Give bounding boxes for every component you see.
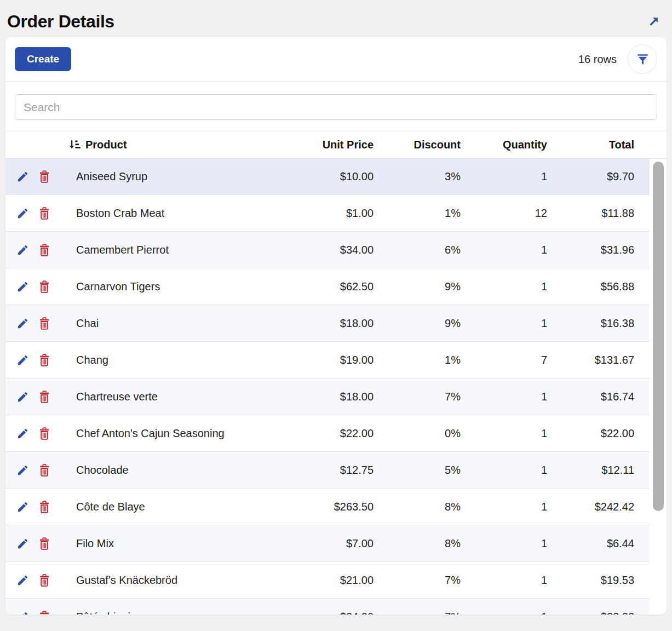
- discount-cell: 1%: [374, 354, 461, 366]
- delete-button[interactable]: [38, 500, 50, 514]
- trash-icon: [38, 390, 50, 404]
- delete-button[interactable]: [38, 317, 50, 330]
- unit-price-cell: $18.00: [286, 391, 374, 403]
- delete-button[interactable]: [38, 206, 50, 220]
- table-row[interactable]: Filo Mix $7.00 8% 1 $6.44: [5, 525, 667, 562]
- total-cell: $16.74: [547, 391, 634, 403]
- table-row[interactable]: Chang $19.00 1% 7 $131.67: [5, 342, 667, 378]
- edit-button[interactable]: [16, 280, 29, 293]
- unit-price-cell: $34.00: [286, 244, 374, 256]
- total-header[interactable]: Total: [547, 139, 634, 151]
- unit-price-header[interactable]: Unit Price: [286, 139, 374, 151]
- arrow-up-right-icon: [648, 15, 660, 27]
- quantity-cell: 1: [461, 280, 547, 293]
- create-button[interactable]: Create: [15, 47, 71, 71]
- trash-icon: [38, 573, 50, 587]
- table-row[interactable]: Chai $18.00 9% 1 $16.38: [5, 305, 667, 342]
- pencil-icon: [16, 427, 29, 440]
- edit-button[interactable]: [16, 501, 29, 513]
- delete-button[interactable]: [38, 610, 50, 615]
- product-cell: Filo Mix: [63, 537, 286, 550]
- unit-price-cell: $7.00: [286, 537, 374, 550]
- trash-icon: [38, 353, 50, 367]
- table-header: Product Unit Price Discount Quantity Tot…: [5, 131, 667, 158]
- quantity-cell: 1: [461, 391, 547, 403]
- product-cell: Boston Crab Meat: [63, 207, 286, 220]
- table-row[interactable]: Gustaf's Knäckebröd $21.00 7% 1 $19.53: [5, 562, 667, 599]
- delete-button[interactable]: [38, 353, 50, 367]
- row-actions: [5, 170, 63, 183]
- edit-button[interactable]: [16, 244, 29, 256]
- table-row[interactable]: Pâté chinois $24.00 7% 1 $22.32: [5, 599, 667, 615]
- trash-icon: [38, 610, 50, 615]
- edit-button[interactable]: [16, 207, 29, 220]
- edit-button[interactable]: [16, 611, 29, 615]
- product-cell: Gustaf's Knäckebröd: [63, 574, 286, 587]
- trash-icon: [38, 206, 50, 220]
- product-cell: Camembert Pierrot: [63, 244, 286, 256]
- delete-button[interactable]: [38, 427, 50, 440]
- filter-button[interactable]: [628, 44, 657, 74]
- edit-button[interactable]: [16, 574, 29, 587]
- unit-price-cell: $12.75: [286, 464, 374, 477]
- unit-price-cell: $21.00: [286, 574, 374, 587]
- table-row[interactable]: Chocolade $12.75 5% 1 $12.11: [5, 452, 667, 489]
- row-actions: [5, 353, 63, 367]
- edit-button[interactable]: [16, 464, 29, 477]
- discount-header[interactable]: Discount: [374, 139, 461, 151]
- product-header[interactable]: Product: [63, 139, 286, 151]
- pencil-icon: [16, 207, 29, 220]
- total-cell: $22.32: [547, 611, 634, 615]
- table-row[interactable]: Carnarvon Tigers $62.50 9% 1 $56.88: [5, 268, 667, 305]
- row-actions: [5, 280, 63, 294]
- unit-price-cell: $24.00: [286, 611, 374, 615]
- trash-icon: [38, 463, 50, 477]
- edit-button[interactable]: [16, 537, 29, 550]
- product-header-label: Product: [85, 139, 127, 151]
- product-cell: Chartreuse verte: [63, 391, 286, 403]
- table-row[interactable]: Chartreuse verte $18.00 7% 1 $16.74: [5, 378, 667, 415]
- edit-button[interactable]: [16, 427, 29, 440]
- expand-button[interactable]: [648, 15, 660, 27]
- pencil-icon: [16, 464, 29, 477]
- delete-button[interactable]: [38, 573, 50, 587]
- quantity-cell: 1: [461, 537, 547, 550]
- total-cell: $12.11: [547, 464, 634, 477]
- pencil-icon: [16, 574, 29, 587]
- edit-button[interactable]: [16, 170, 29, 183]
- discount-cell: 8%: [374, 501, 461, 513]
- delete-button[interactable]: [38, 170, 50, 183]
- row-actions: [5, 537, 63, 550]
- discount-cell: 3%: [374, 170, 461, 183]
- delete-button[interactable]: [38, 280, 50, 294]
- total-cell: $131.67: [547, 354, 634, 366]
- scrollbar-track[interactable]: [650, 159, 667, 615]
- quantity-cell: 1: [461, 611, 547, 615]
- pencil-icon: [16, 317, 29, 330]
- edit-button[interactable]: [16, 391, 29, 403]
- delete-button[interactable]: [38, 390, 50, 404]
- delete-button[interactable]: [38, 537, 50, 550]
- table-row[interactable]: Aniseed Syrup $10.00 3% 1 $9.70: [5, 158, 667, 195]
- edit-button[interactable]: [16, 354, 29, 366]
- discount-cell: 9%: [374, 280, 461, 293]
- row-actions: [5, 427, 63, 440]
- delete-button[interactable]: [38, 463, 50, 477]
- quantity-header[interactable]: Quantity: [461, 139, 547, 151]
- row-actions: [5, 390, 63, 404]
- table-row[interactable]: Camembert Pierrot $34.00 6% 1 $31.96: [5, 232, 667, 268]
- order-details-card: Create 16 rows Product Unit: [5, 37, 667, 615]
- edit-button[interactable]: [16, 317, 29, 330]
- table-row[interactable]: Boston Crab Meat $1.00 1% 12 $11.88: [5, 195, 667, 232]
- pencil-icon: [16, 244, 29, 256]
- product-cell: Côte de Blaye: [63, 501, 286, 513]
- unit-price-cell: $10.00: [286, 170, 374, 183]
- table-row[interactable]: Chef Anton's Cajun Seasoning $22.00 0% 1…: [5, 415, 667, 452]
- delete-button[interactable]: [38, 243, 50, 257]
- discount-cell: 5%: [374, 464, 461, 477]
- search-input[interactable]: [15, 94, 657, 120]
- table-row[interactable]: Côte de Blaye $263.50 8% 1 $242.42: [5, 489, 667, 525]
- product-cell: Aniseed Syrup: [63, 170, 286, 183]
- scrollbar-thumb[interactable]: [653, 162, 664, 511]
- trash-icon: [38, 170, 50, 183]
